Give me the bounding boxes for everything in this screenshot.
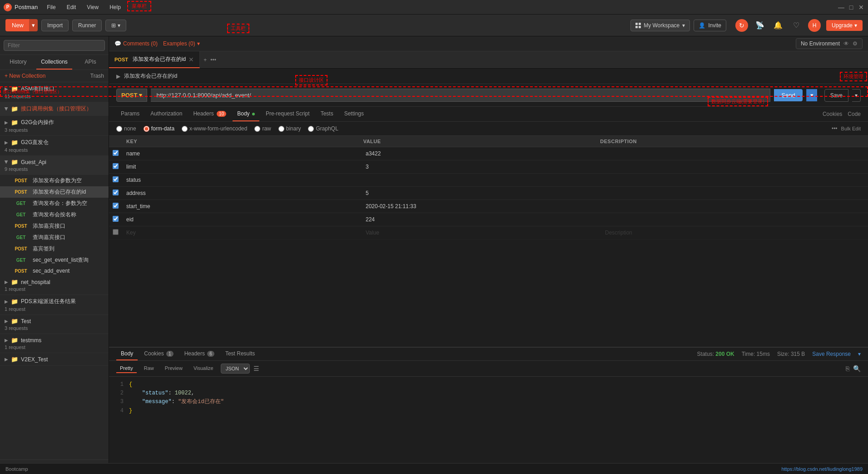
row-key-input[interactable] (126, 150, 358, 157)
row-value-input[interactable] (366, 190, 598, 196)
radio-form-data[interactable]: form-data (144, 125, 174, 132)
row-key-input[interactable] (126, 177, 358, 183)
format-tab-raw[interactable]: Raw (140, 364, 158, 373)
request-item-query-empty[interactable]: GET 查询发布会：参数为空 (0, 198, 109, 209)
new-button[interactable]: New ▾ (5, 19, 38, 31)
examples-button[interactable]: Examples (0) ▾ (163, 40, 200, 47)
workspace-selector[interactable]: My Workspace ▾ (630, 20, 690, 31)
radio-binary-input[interactable] (278, 126, 284, 132)
more-tabs-icon[interactable]: ••• (210, 57, 216, 63)
request-item-sign-in[interactable]: POST 嘉宾签到 (0, 243, 109, 254)
collection-item-guest-api[interactable]: ▶ 📁 Guest_Api 9 requests (0, 156, 109, 175)
runner-button[interactable]: Runner (72, 20, 102, 31)
eye-icon[interactable]: 👁 (843, 40, 849, 47)
request-item-query-name[interactable]: GET 查询发布会按名称 (0, 209, 109, 220)
request-item-add-guest[interactable]: POST 添加嘉宾接口 (0, 220, 109, 232)
sync-button[interactable]: ↻ (735, 19, 748, 32)
bulk-edit-button[interactable]: Bulk Edit (841, 126, 861, 131)
row-value-input[interactable] (366, 216, 598, 223)
new-dropdown-arrow[interactable]: ▾ (29, 19, 38, 31)
save-response-chevron-icon[interactable]: ▾ (858, 351, 861, 357)
more-icon[interactable]: ••• (832, 125, 838, 132)
request-item-add-empty[interactable]: POST 添加发布会参数为空 (0, 175, 109, 186)
search-response-icon[interactable]: 🔍 (853, 365, 861, 372)
row-key-input[interactable] (126, 216, 358, 223)
active-tab[interactable]: POST 添加发布会已存在的id ✕ (109, 51, 200, 68)
tab-settings[interactable]: Settings (340, 107, 368, 121)
format-tab-preview[interactable]: Preview (161, 364, 186, 373)
save-response-button[interactable]: Save Response (812, 351, 851, 357)
collection-item-g2g-direct[interactable]: ▶ 📁 G2G直发仓 4 requests (0, 136, 109, 156)
row-checkbox[interactable] (113, 216, 119, 222)
upgrade-button[interactable]: Upgrade ▾ (826, 20, 863, 31)
menu-edit[interactable]: Edit (65, 3, 78, 11)
import-button[interactable]: Import (41, 20, 69, 31)
row-checkbox[interactable] (113, 229, 119, 235)
sidebar-search-input[interactable] (4, 40, 105, 51)
tab-tests[interactable]: Tests (316, 107, 338, 121)
resp-tab-headers[interactable]: Headers 6 (180, 348, 219, 360)
format-icon[interactable]: ☰ (253, 365, 259, 372)
format-type-selector[interactable]: JSON (221, 364, 250, 374)
radio-none-input[interactable] (116, 126, 122, 132)
radio-binary[interactable]: binary (278, 125, 301, 132)
invite-button[interactable]: 👤 Invite (694, 20, 726, 31)
bell-icon[interactable]: 🔔 (772, 19, 784, 32)
radio-none[interactable]: none (116, 125, 136, 132)
row-key-input[interactable] (126, 190, 358, 196)
gear-icon[interactable]: ⚙ (853, 40, 858, 47)
row-checkbox[interactable] (113, 203, 119, 209)
row-value-input[interactable] (366, 230, 598, 236)
csdn-url[interactable]: https://blog.csdn.net/liudinglong1989 (781, 466, 863, 472)
row-checkbox[interactable] (113, 163, 119, 169)
request-item-sec-add[interactable]: POST sec_add_event (0, 266, 109, 276)
comments-button[interactable]: 💬 Comments (0) (114, 40, 158, 47)
environment-selector[interactable]: No Environment 环境管理 👁 ⚙ (796, 38, 863, 49)
send-button[interactable]: Send (774, 89, 802, 101)
collection-item-test[interactable]: ▶ 📁 Test 3 requests (0, 315, 109, 334)
radio-urlencoded[interactable]: x-www-form-urlencoded (182, 125, 247, 132)
tab-history[interactable]: History (0, 55, 36, 70)
radio-graphql-input[interactable] (308, 126, 314, 132)
close-tab-icon[interactable]: ✕ (188, 56, 194, 63)
collection-item-interfaces[interactable]: ▶ 📁 接口调用例集（接口管理区） (0, 102, 109, 116)
request-item-sec-get[interactable]: GET sec_get_event_list查询 (0, 254, 109, 266)
radio-raw-input[interactable] (254, 126, 260, 132)
row-key-input[interactable] (126, 203, 358, 210)
tab-apis[interactable]: APIs (72, 55, 109, 70)
format-tab-visualize[interactable]: Visualize (190, 364, 217, 373)
resp-tab-cookies[interactable]: Cookies 1 (139, 348, 178, 360)
request-item-query-guest[interactable]: GET 查询嘉宾接口 (0, 232, 109, 243)
resp-tab-body[interactable]: Body (116, 348, 138, 360)
row-value-input[interactable] (366, 203, 598, 210)
format-tab-pretty[interactable]: Pretty (116, 364, 137, 373)
trash-button[interactable]: Trash (90, 73, 104, 79)
row-value-input[interactable] (366, 177, 598, 183)
radio-raw[interactable]: raw (254, 125, 271, 132)
new-collection-button[interactable]: + New Collection (5, 73, 45, 79)
user-avatar[interactable]: H (808, 19, 821, 32)
capture-button[interactable]: ⊞ ▾ (105, 20, 126, 31)
maximize-button[interactable]: □ (848, 4, 854, 10)
row-value-input[interactable] (366, 150, 598, 157)
collection-item-v2ex[interactable]: ▶ 📁 V2EX_Test (0, 353, 109, 366)
collection-item-asm[interactable]: ▶ 📁 ASM项目接口 11 requests (0, 82, 109, 102)
add-tab-icon[interactable]: + (203, 57, 207, 63)
radio-form-data-input[interactable] (144, 126, 149, 132)
tab-authorization[interactable]: Authorization (146, 107, 187, 121)
url-input[interactable] (151, 89, 770, 102)
radio-graphql[interactable]: GraphQL (308, 125, 338, 132)
satellite-icon[interactable]: 📡 (754, 19, 766, 32)
menu-file[interactable]: File (45, 3, 57, 11)
bootcamp-label[interactable]: Bootcamp (5, 466, 28, 472)
tab-headers[interactable]: Headers 10 (188, 107, 231, 121)
radio-urlencoded-input[interactable] (182, 126, 188, 132)
copy-icon[interactable]: ⎘ (846, 365, 849, 372)
resp-tab-test-results[interactable]: Test Results (221, 348, 259, 360)
row-value-input[interactable] (366, 164, 598, 170)
minimize-button[interactable]: — (838, 4, 844, 10)
save-button[interactable]: Save (824, 89, 848, 102)
save-dropdown-button[interactable]: ▾ (852, 89, 861, 102)
collection-item-net-hospital[interactable]: ▶ 📁 net_hospital 1 request (0, 276, 109, 295)
collection-item-g2g-internal[interactable]: ▶ 📁 G2G会内操作 3 requests (0, 116, 109, 136)
